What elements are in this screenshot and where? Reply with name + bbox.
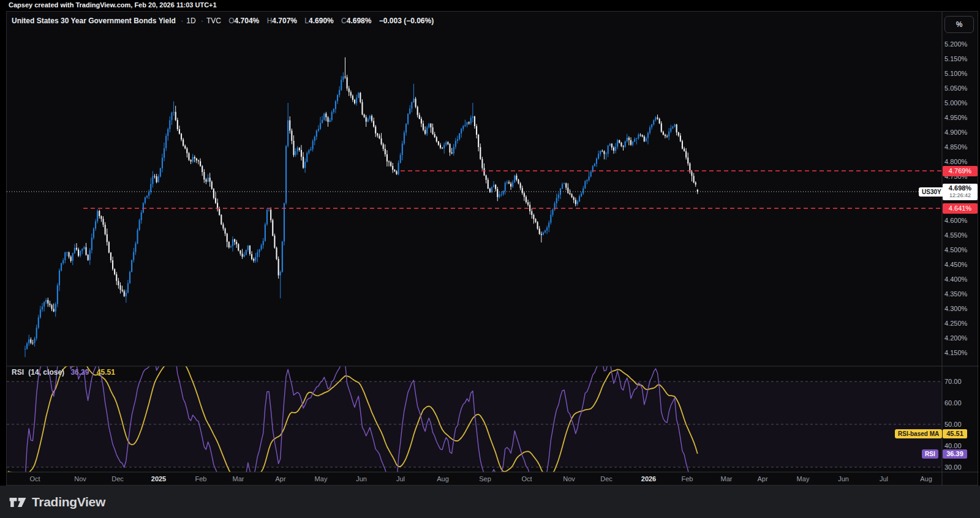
symbol-title: United States 30 Year Government Bonds Y… <box>12 17 176 25</box>
time-tick-month[interactable]: Dec <box>600 472 612 486</box>
legend-separator: · <box>201 17 203 25</box>
tradingview-logo-text: TradingView <box>32 495 105 509</box>
rsi-current-value: 36.39 <box>70 368 89 377</box>
price-tick[interactable]: 5.000% <box>944 99 967 107</box>
low-value: 4.690% <box>309 17 334 25</box>
time-tick-month[interactable]: Jul <box>396 472 405 486</box>
price-tick[interactable]: 4.800% <box>944 158 967 165</box>
legend-separator: · <box>181 17 183 25</box>
time-tick-month[interactable]: Aug <box>920 472 932 486</box>
symbol-legend[interactable]: United States 30 Year Government Bonds Y… <box>12 17 434 25</box>
rsi-params: (14, close) <box>28 368 64 377</box>
change-value: −0.003 (−0.06%) <box>379 17 434 25</box>
upper-alert-price-label: 4.769% <box>943 166 978 176</box>
rsi-ma-tag: RSI-based MA <box>895 429 942 438</box>
rsi-tag: RSI <box>922 449 938 459</box>
symbol-price-tag: US30Y <box>919 187 944 197</box>
rsi-ma-current-value: 45.51 <box>97 368 115 377</box>
down-candle-wicks <box>31 58 698 345</box>
time-tick-year[interactable]: 2026 <box>641 472 656 486</box>
rsi-legend[interactable]: RSI (14, close) 36.39 45.51 <box>12 368 115 377</box>
rsi-tick[interactable]: 60.00 <box>944 399 962 407</box>
time-tick-month[interactable]: Mar <box>233 472 244 486</box>
chart-canvas[interactable] <box>7 12 979 486</box>
price-tick[interactable]: 4.550% <box>944 231 967 239</box>
price-tick[interactable]: 4.350% <box>944 290 967 298</box>
time-tick-month[interactable]: Mar <box>721 472 733 486</box>
price-tick[interactable]: 4.850% <box>944 143 967 151</box>
time-tick-month[interactable]: Feb <box>682 472 693 486</box>
price-tick[interactable]: 5.200% <box>944 40 967 48</box>
up-candle-bodies <box>24 77 676 350</box>
close-label: C <box>341 17 347 25</box>
rsi-pane[interactable] <box>7 343 942 486</box>
percent-label: % <box>956 20 963 29</box>
price-tick[interactable]: 4.900% <box>944 129 967 136</box>
close-value: 4.698% <box>347 17 372 25</box>
rsi-name: RSI <box>12 368 24 377</box>
time-tick-month[interactable]: Jun <box>356 472 367 486</box>
up-candle-wicks <box>25 72 675 357</box>
chart-container[interactable]: United States 30 Year Government Bonds Y… <box>6 11 978 486</box>
time-tick-month[interactable]: Aug <box>437 472 449 486</box>
time-tick-month[interactable]: Oct <box>29 472 40 486</box>
time-tick-month[interactable]: May <box>315 472 328 486</box>
price-tick[interactable]: 5.150% <box>944 55 967 62</box>
price-tick[interactable]: 5.100% <box>944 70 967 77</box>
caption-text: Capsey created with TradingView.com, Feb… <box>9 1 217 9</box>
tradingview-snapshot: Capsey created with TradingView.com, Feb… <box>0 0 980 518</box>
time-tick-month[interactable]: Nov <box>74 472 86 486</box>
last-price-label: 4.698% 12:26:42 <box>943 184 978 200</box>
price-tick[interactable]: 4.300% <box>944 305 967 312</box>
open-label: O <box>228 17 234 25</box>
snapshot-caption: Capsey created with TradingView.com, Feb… <box>0 0 980 11</box>
price-tick[interactable]: 4.250% <box>944 320 967 327</box>
rsi-tick[interactable]: 30.00 <box>944 464 962 471</box>
footer-bar: TradingView <box>0 486 980 518</box>
time-tick-month[interactable]: Jun <box>838 472 849 486</box>
rsi-value-label: 36.39 <box>943 449 967 459</box>
exchange-value: TVC <box>206 17 221 25</box>
open-value: 4.704% <box>235 17 260 25</box>
tradingview-logo[interactable]: TradingView <box>9 494 105 510</box>
price-tick[interactable]: 4.950% <box>944 114 967 121</box>
price-tick[interactable]: 4.150% <box>944 349 967 356</box>
rsi-tick[interactable]: 50.00 <box>944 421 962 428</box>
interval-value[interactable]: 1D <box>186 17 195 25</box>
price-tick[interactable]: 5.050% <box>944 84 967 92</box>
time-tick-month[interactable]: May <box>797 472 810 486</box>
lower-alert-price-label: 4.641% <box>943 203 978 214</box>
price-tick[interactable]: 4.600% <box>944 217 967 224</box>
time-tick-month[interactable]: Apr <box>757 472 767 486</box>
time-tick-month[interactable]: Sep <box>479 472 491 486</box>
price-tick[interactable]: 4.200% <box>944 334 967 342</box>
time-tick-month[interactable]: Oct <box>521 472 532 486</box>
high-label: H <box>267 17 273 25</box>
time-tick-month[interactable]: Feb <box>195 472 207 486</box>
rsi-tick[interactable]: 70.00 <box>944 378 962 385</box>
time-tick-month[interactable]: Apr <box>275 472 285 486</box>
tradingview-logo-icon <box>9 494 27 510</box>
time-tick-month[interactable]: Dec <box>111 472 124 486</box>
down-candle-bodies <box>30 77 698 343</box>
price-tick[interactable]: 4.450% <box>944 261 967 268</box>
time-tick-year[interactable]: 2025 <box>151 472 166 486</box>
rsi-tick[interactable]: 40.00 <box>944 442 962 449</box>
price-tick[interactable]: 4.500% <box>944 246 967 253</box>
time-tick-month[interactable]: Nov <box>563 472 575 486</box>
time-tick-month[interactable]: Jul <box>880 472 888 486</box>
rsi-ma-value-label: 45.51 <box>943 429 967 438</box>
price-pane[interactable] <box>7 58 942 358</box>
bar-countdown: 12:26:42 <box>943 192 978 199</box>
high-value: 4.707% <box>272 17 297 25</box>
percent-scale-button[interactable]: % <box>944 16 974 33</box>
price-tick[interactable]: 4.400% <box>944 276 967 283</box>
